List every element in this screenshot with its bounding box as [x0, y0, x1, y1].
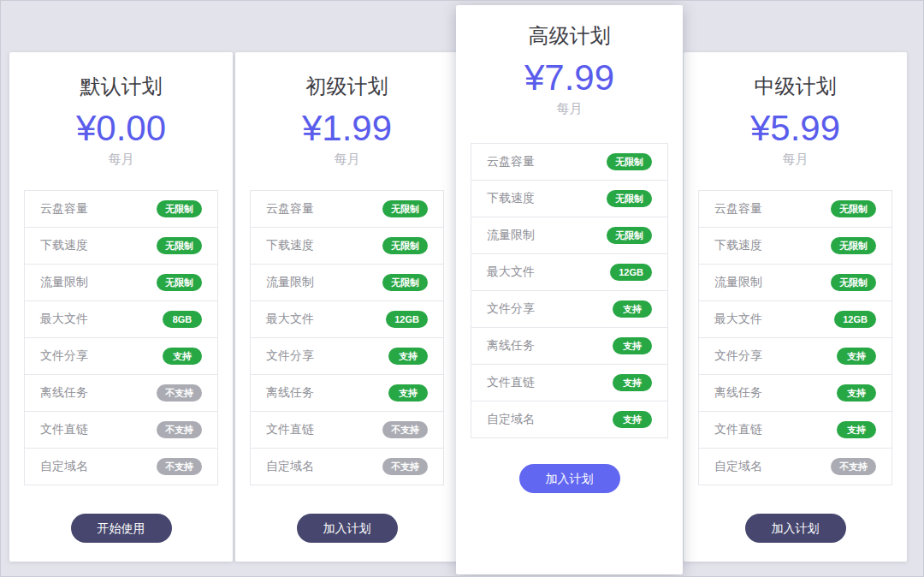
- feature-row: 文件分享 支持: [471, 291, 667, 328]
- feature-row: 流量限制 无限制: [471, 217, 667, 254]
- feature-row: 文件直链 支持: [471, 365, 667, 402]
- feature-row: 下载速度 无限制: [471, 181, 667, 217]
- feature-badge: 无限制: [382, 274, 428, 291]
- feature-label: 流量限制: [40, 275, 88, 290]
- feature-label: 流量限制: [266, 275, 314, 290]
- feature-row: 流量限制 无限制: [25, 265, 217, 301]
- feature-badge: 12GB: [386, 311, 428, 328]
- plan-title: 默认计划: [9, 74, 233, 99]
- feature-row: 流量限制 无限制: [251, 265, 443, 301]
- feature-badge: 8GB: [163, 311, 202, 328]
- plan-action-area: 开始使用: [9, 514, 233, 543]
- feature-badge: 无限制: [831, 274, 876, 291]
- feature-row: 文件分享 支持: [25, 338, 217, 375]
- feature-row: 云盘容量 无限制: [251, 191, 443, 228]
- feature-row: 最大文件 8GB: [25, 301, 217, 338]
- feature-label: 自定域名: [714, 459, 762, 474]
- feature-badge: 支持: [837, 384, 876, 402]
- feature-label: 自定域名: [266, 459, 314, 474]
- plan-period: 每月: [456, 101, 683, 117]
- feature-row: 流量限制 无限制: [699, 265, 891, 301]
- feature-label: 下载速度: [266, 238, 314, 253]
- plan-action-button[interactable]: 开始使用: [71, 514, 172, 543]
- feature-label: 离线任务: [487, 338, 535, 354]
- plan-title: 中级计划: [684, 74, 907, 99]
- feature-label: 下载速度: [40, 238, 88, 253]
- feature-row: 离线任务 支持: [699, 375, 891, 412]
- feature-row: 离线任务 支持: [251, 375, 443, 412]
- feature-label: 文件分享: [714, 348, 762, 364]
- feature-label: 最大文件: [40, 312, 88, 327]
- feature-row: 文件分享 支持: [251, 338, 443, 375]
- feature-label: 流量限制: [714, 275, 762, 290]
- feature-badge: 不支持: [382, 458, 428, 475]
- feature-badge: 无限制: [157, 237, 202, 254]
- plan-period: 每月: [684, 152, 907, 168]
- feature-badge: 支持: [837, 421, 876, 438]
- feature-label: 最大文件: [487, 265, 535, 280]
- feature-badge: 不支持: [157, 384, 202, 402]
- feature-label: 文件直链: [487, 375, 535, 390]
- feature-badge: 支持: [163, 348, 202, 365]
- pricing-plans-page: 默认计划 ¥0.00 每月 云盘容量 无限制 下载速度 无限制 流量限制 无限制…: [0, 0, 924, 577]
- plan-card-3: 高级计划 ¥7.99 每月 云盘容量 无限制 下载速度 无限制 流量限制 无限制…: [456, 5, 683, 574]
- plan-price: ¥0.00: [9, 110, 233, 147]
- feature-badge: 无限制: [157, 200, 202, 217]
- feature-row: 自定域名 不支持: [25, 449, 217, 485]
- feature-badge: 不支持: [157, 421, 202, 438]
- feature-badge: 支持: [613, 411, 652, 428]
- feature-row: 最大文件 12GB: [699, 301, 891, 338]
- feature-badge: 无限制: [382, 200, 428, 217]
- feature-label: 文件分享: [487, 301, 535, 317]
- feature-row: 云盘容量 无限制: [471, 144, 667, 181]
- plan-action-button[interactable]: 加入计划: [297, 514, 398, 543]
- feature-badge: 无限制: [382, 237, 428, 254]
- plan-action-button[interactable]: 加入计划: [519, 464, 620, 493]
- feature-label: 离线任务: [266, 385, 314, 401]
- feature-label: 离线任务: [714, 385, 762, 401]
- feature-row: 最大文件 12GB: [471, 254, 667, 291]
- plan-title: 初级计划: [235, 74, 459, 99]
- feature-badge: 无限制: [607, 190, 652, 207]
- feature-label: 文件分享: [40, 348, 88, 364]
- feature-label: 云盘容量: [266, 201, 314, 217]
- feature-badge: 支持: [837, 348, 876, 365]
- feature-badge: 不支持: [831, 458, 876, 475]
- feature-label: 文件直链: [40, 422, 88, 437]
- feature-label: 文件直链: [714, 422, 762, 437]
- feature-badge: 不支持: [157, 458, 202, 475]
- plan-period: 每月: [235, 152, 459, 168]
- feature-row: 下载速度 无限制: [25, 228, 217, 265]
- feature-label: 云盘容量: [714, 201, 762, 217]
- plan-price: ¥5.99: [684, 110, 907, 147]
- plan-action-button[interactable]: 加入计划: [745, 514, 846, 543]
- plan-card-2: 初级计划 ¥1.99 每月 云盘容量 无限制 下载速度 无限制 流量限制 无限制…: [235, 52, 459, 562]
- feature-row: 自定域名 不支持: [251, 449, 443, 485]
- feature-badge: 无限制: [607, 153, 652, 170]
- feature-label: 最大文件: [266, 312, 314, 327]
- feature-row: 云盘容量 无限制: [25, 191, 217, 228]
- feature-badge: 无限制: [831, 237, 876, 254]
- plan-title: 高级计划: [456, 24, 683, 49]
- feature-label: 流量限制: [487, 228, 535, 243]
- plan-action-area: 加入计划: [235, 514, 459, 543]
- feature-badge: 支持: [388, 384, 428, 402]
- feature-badge: 支持: [613, 337, 652, 354]
- feature-row: 下载速度 无限制: [251, 228, 443, 265]
- feature-label: 最大文件: [714, 312, 762, 327]
- plan-action-area: 加入计划: [684, 514, 907, 543]
- feature-row: 自定域名 支持: [471, 402, 667, 438]
- feature-badge: 支持: [388, 348, 428, 365]
- feature-badge: 不支持: [382, 421, 428, 438]
- feature-row: 文件直链 不支持: [251, 412, 443, 449]
- feature-row: 文件直链 支持: [699, 412, 891, 449]
- feature-row: 最大文件 12GB: [251, 301, 443, 338]
- feature-list: 云盘容量 无限制 下载速度 无限制 流量限制 无限制 最大文件 12GB 文件分…: [698, 190, 892, 485]
- feature-label: 文件直链: [266, 422, 314, 437]
- feature-label: 下载速度: [714, 238, 762, 253]
- plan-period: 每月: [9, 152, 233, 168]
- feature-label: 自定域名: [487, 412, 535, 427]
- feature-label: 自定域名: [40, 459, 88, 474]
- feature-label: 云盘容量: [40, 201, 88, 217]
- feature-row: 文件直链 不支持: [25, 412, 217, 449]
